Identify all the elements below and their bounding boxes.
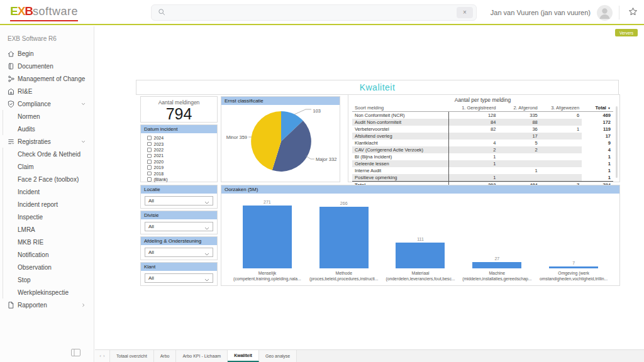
tab-kwaliteit[interactable]: Kwaliteit — [228, 350, 259, 362]
checkbox-icon[interactable] — [147, 148, 152, 152]
slicer-title: Divisie — [141, 211, 217, 219]
sidebar-item-ri-e[interactable]: RI&E — [0, 85, 94, 97]
column-header-total[interactable]: Total ▼ — [582, 104, 613, 112]
avatar[interactable] — [597, 5, 613, 21]
tab-arbo-kpi-lichaam[interactable]: Arbo KPI - Lichaam — [176, 350, 228, 362]
table-row[interactable]: CAV (Corrigerend Actie Verzoek)224 — [352, 146, 613, 153]
sidebar-item-normen[interactable]: Normen — [0, 110, 94, 123]
datum-option-2018[interactable]: 2018 — [147, 170, 217, 176]
afdeling-dropdown[interactable]: All — [145, 248, 213, 257]
report-title-bar: Kwaliteit — [136, 80, 619, 95]
column-header-soort-melding[interactable]: Soort melding — [352, 104, 449, 112]
sidebar-item-lmra[interactable]: LMRA — [0, 223, 94, 236]
slicer-card-klant: Klant All — [140, 262, 218, 286]
user-name: Jan van Vuuren (jan van vuuren) — [491, 9, 591, 16]
bar-value-label: 266 — [340, 201, 348, 206]
search-bar: × — [151, 4, 477, 21]
datum-option-2023[interactable]: 2023 — [147, 141, 217, 146]
sidebar-item-audits[interactable]: Audits — [0, 123, 94, 135]
home-icon — [7, 50, 15, 58]
sidebar-item-label: Stop — [18, 277, 31, 283]
bar-omgeving-werk[interactable] — [549, 266, 598, 268]
bar-value-label: 111 — [417, 237, 424, 241]
datum-option-2019[interactable]: 2019 — [147, 165, 217, 170]
column-header-3-afgewezen[interactable]: 3. Afgewezen — [540, 104, 582, 112]
table-scrollbar[interactable] — [616, 106, 618, 178]
sidebar-collapse-icon[interactable] — [70, 349, 80, 357]
table-row[interactable]: Geleerde lessen11 — [352, 160, 613, 167]
sidebar-item-begin[interactable]: Begin — [0, 47, 94, 60]
sidebar-item-notification[interactable]: Notification — [0, 248, 94, 261]
checkbox-icon[interactable] — [147, 154, 152, 158]
tab-arbo[interactable]: Arbo — [154, 350, 177, 362]
table-row[interactable]: Positieve opmerking11 — [352, 174, 613, 182]
checkbox-icon[interactable] — [147, 136, 152, 140]
sidebar-item-stop[interactable]: Stop — [0, 273, 94, 286]
sidebar-item-documenten[interactable]: Documenten — [0, 60, 94, 72]
document-icon — [7, 62, 15, 70]
column-header-2-afgerond[interactable]: 2. Afgerond — [498, 104, 540, 112]
sidebar-item-incident-report[interactable]: Incident report — [0, 198, 94, 211]
sidebar-item-observation[interactable]: Observation — [0, 261, 94, 273]
sidebar-item-registraties[interactable]: Registraties — [0, 135, 94, 148]
table-row[interactable]: Klantklacht459 — [352, 140, 613, 146]
datum-option-blank[interactable]: (Blank) — [147, 177, 217, 182]
sidebar-item-rapporten[interactable]: Rapporten — [0, 299, 94, 311]
divisie-dropdown[interactable]: All — [145, 222, 213, 231]
search-input[interactable] — [170, 9, 457, 16]
table-row[interactable]: Afsluitend overleg1717 — [352, 133, 613, 140]
checkbox-icon[interactable] — [147, 142, 152, 146]
search-clear-button[interactable]: × — [457, 7, 473, 18]
sidebar-item-claim[interactable]: Claim — [0, 160, 94, 173]
sidebar-item-management-of-change[interactable]: Management of Change — [0, 72, 94, 85]
bar-category-label: Materiaal(onderdelen,leveranciers,fout,b… — [382, 271, 459, 282]
pie-leader-line — [294, 109, 311, 114]
checkbox-icon[interactable] — [147, 172, 152, 176]
sidebar-item-face-2-face-toolbox[interactable]: Face 2 Face (toolbox) — [0, 173, 94, 185]
sidebar-item-check-orde-netheid[interactable]: Check Orde & Netheid — [0, 148, 94, 160]
pie-chart[interactable]: 103Major 332Minor 359 — [221, 105, 340, 182]
sidebar-item-inspectie[interactable]: Inspectie — [0, 211, 94, 223]
klant-dropdown[interactable]: All — [145, 273, 213, 283]
chevron-right-icon[interactable] — [80, 302, 86, 308]
pie-slice-label: Minor 359 — [226, 134, 247, 140]
datum-option-2024[interactable]: 2024 — [147, 135, 217, 141]
column-header-1-geregistreerd[interactable]: 1. Geregistreerd — [449, 104, 499, 112]
sidebar-item-label: Inspectie — [18, 214, 43, 221]
chevron-down-icon[interactable] — [80, 139, 86, 145]
sort-descending-icon[interactable]: ▼ — [608, 106, 611, 110]
sidebar-item-compliance[interactable]: Compliance — [0, 97, 94, 110]
table-row[interactable]: Audit Non-conformiteit8488172 — [352, 119, 613, 126]
exb-logo[interactable]: EXBsoftware — [10, 4, 78, 21]
tab-geo-analyse[interactable]: Geo analyse — [259, 350, 297, 362]
table-row[interactable]: Interne Audit11 — [352, 167, 613, 174]
table-row[interactable]: Verbetervoorstel82361119 — [352, 126, 613, 133]
chevron-down-icon[interactable] — [80, 101, 86, 107]
bar-column-materiaal: 111 — [382, 197, 459, 268]
locatie-dropdown[interactable]: All — [145, 196, 213, 206]
datum-option-2022[interactable]: 2022 — [147, 147, 217, 153]
bar-menselijk[interactable] — [243, 206, 292, 268]
sidebar-item-werkplekinspectie[interactable]: Werkplekinspectie — [0, 286, 94, 299]
sidebar-item-incident[interactable]: Incident — [0, 185, 94, 198]
bar-machine[interactable] — [472, 262, 521, 268]
checkbox-icon[interactable] — [147, 165, 152, 170]
logo-exb-text: EXB — [10, 4, 33, 18]
checkbox-icon[interactable] — [147, 160, 152, 164]
sidebar-item-label: MKB RIE — [18, 239, 43, 246]
favorite-star-icon[interactable] — [626, 6, 640, 19]
tab-next-icon[interactable]: › — [103, 353, 105, 359]
bar-chart: 271266111277 — [229, 197, 612, 268]
checkbox-icon[interactable] — [147, 177, 152, 182]
datum-option-2021[interactable]: 2021 — [147, 153, 217, 158]
table-row[interactable]: Non Conformiteit (NCR)1283356469 — [352, 112, 613, 119]
tab-prev-icon[interactable]: ‹ — [99, 353, 101, 359]
tab-totaal-overzicht[interactable]: Totaal overzicht — [110, 350, 154, 362]
sidebar-item-label: RI&E — [18, 88, 32, 95]
datum-option-2020[interactable]: 2020 — [147, 159, 217, 165]
refresh-button[interactable]: Ververs — [615, 29, 638, 36]
bar-methode[interactable] — [319, 207, 369, 268]
table-row[interactable]: BI (Bijna Incident)11 — [352, 153, 613, 160]
bar-materiaal[interactable] — [396, 243, 445, 268]
sidebar-item-mkb-rie[interactable]: MKB RIE — [0, 236, 94, 248]
